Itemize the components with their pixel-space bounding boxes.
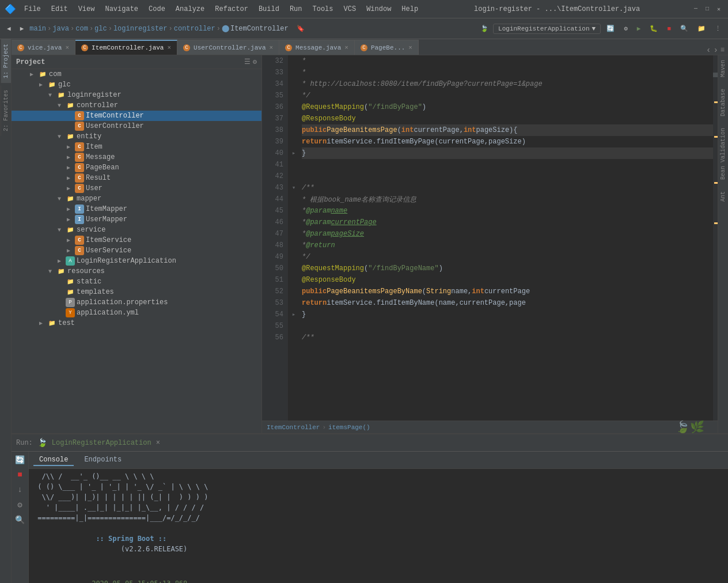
- code-text[interactable]: * * * http://Localhost:8080/item/findByP…: [299, 55, 713, 421]
- tree-item-result[interactable]: ▶ C Result: [12, 173, 261, 183]
- breadcrumb-loginregister[interactable]: loginregister: [113, 25, 168, 33]
- tree-item-message[interactable]: ▶ C Message: [12, 152, 261, 162]
- menu-code[interactable]: Code: [144, 4, 170, 14]
- breadcrumb-main[interactable]: main: [29, 25, 46, 33]
- tree-item-loginregister[interactable]: ▼ 📁 loginregister: [12, 90, 261, 100]
- menu-build[interactable]: Build: [254, 4, 284, 14]
- breadcrumb-controller[interactable]: controller: [174, 25, 215, 33]
- tabs-right-button[interactable]: ›: [713, 46, 718, 55]
- fold-43[interactable]: ▾: [288, 182, 299, 194]
- tree-label-usermapper: UserMapper: [86, 215, 127, 224]
- menu-edit[interactable]: Edit: [47, 4, 73, 14]
- menu-tools[interactable]: Tools: [308, 4, 338, 14]
- menu-file[interactable]: File: [20, 4, 46, 14]
- search-everywhere-button[interactable]: 🔍: [677, 23, 692, 34]
- tab-close-usercontroller[interactable]: ×: [269, 44, 273, 51]
- bookmark-button[interactable]: 🔖: [293, 23, 308, 34]
- tab-itemcontroller[interactable]: C ItemController.java ×: [75, 40, 177, 55]
- sidebar-settings-button[interactable]: ⚙: [253, 58, 257, 66]
- run-button[interactable]: ▶: [634, 23, 644, 34]
- code-38-p3: pageSize){: [476, 126, 517, 134]
- tree-item-usercontroller[interactable]: C UserController: [12, 121, 261, 131]
- menu-window[interactable]: Window: [362, 4, 396, 14]
- bean-validation-panel-tab[interactable]: Bean Validation: [719, 126, 727, 182]
- ant-panel-tab[interactable]: Ant: [719, 189, 727, 204]
- tab-close-itemcontroller[interactable]: ×: [167, 44, 171, 51]
- refresh-button[interactable]: 🔄: [603, 23, 618, 34]
- tree-item-item[interactable]: ▶ C Item: [12, 142, 261, 152]
- tabs-more-button[interactable]: ≡: [721, 46, 725, 54]
- status-bc-itemspage[interactable]: itemsPage(): [328, 424, 370, 431]
- tree-item-static[interactable]: 📁 static: [12, 277, 261, 287]
- tree-item-com[interactable]: ▶ 📁 com: [12, 69, 261, 80]
- tree-item-userservice[interactable]: ▶ C UserService: [12, 245, 261, 256]
- more-button[interactable]: ⋮: [711, 23, 725, 34]
- tree-item-entity[interactable]: ▼ 📁 entity: [12, 131, 261, 142]
- breadcrumb-glc[interactable]: glc: [94, 25, 107, 33]
- console-settings-button[interactable]: ⚙: [14, 499, 26, 510]
- menu-vcs[interactable]: VCS: [339, 4, 361, 14]
- line-num-51: 51: [262, 274, 283, 286]
- menu-view[interactable]: View: [74, 4, 100, 14]
- minimize-button[interactable]: ─: [691, 5, 700, 14]
- maximize-button[interactable]: □: [703, 5, 712, 14]
- menu-analyze[interactable]: Analyze: [171, 4, 209, 14]
- console-rerun-button[interactable]: 🔄: [14, 454, 26, 465]
- fold-40[interactable]: ▸: [288, 147, 299, 159]
- tree-item-test[interactable]: ▶ 📁 test: [12, 318, 261, 328]
- tree-item-user[interactable]: ▶ C User: [12, 183, 261, 194]
- project-tab[interactable]: 1: Project: [1, 39, 11, 83]
- console-stop-button[interactable]: ■: [14, 469, 26, 480]
- tab-message[interactable]: C Message.java ×: [279, 40, 355, 55]
- run-close-button[interactable]: ×: [156, 439, 160, 447]
- tab-close-pagebean[interactable]: ×: [408, 44, 412, 51]
- tree-item-resources[interactable]: ▼ 📁 resources: [12, 266, 261, 277]
- tree-item-loginregapp[interactable]: ▶ A LoginRegisterApplication: [12, 256, 261, 266]
- close-button[interactable]: ✕: [714, 5, 723, 14]
- database-panel-tab[interactable]: Database: [719, 86, 727, 119]
- status-bc-itemcontroller[interactable]: ItemController: [267, 424, 320, 431]
- console-tab-console[interactable]: Console: [33, 455, 74, 466]
- tab-pagebean[interactable]: C PageBe... ×: [355, 40, 419, 55]
- menu-refactor[interactable]: Refactor: [210, 4, 253, 14]
- tab-close-vice[interactable]: ×: [65, 44, 69, 51]
- breadcrumb-com[interactable]: com: [75, 25, 88, 33]
- stop-button[interactable]: ■: [663, 24, 674, 34]
- settings-button[interactable]: ⚙: [620, 23, 631, 34]
- file-search-button[interactable]: 📁: [694, 23, 709, 34]
- tab-usercontroller[interactable]: C UserController.java ×: [177, 40, 279, 55]
- run-config-dropdown[interactable]: LoginRegisterApplication ▼: [493, 24, 601, 34]
- console-filter-button[interactable]: 🔍: [14, 514, 26, 525]
- tree-item-usermapper[interactable]: ▶ I UserMapper: [12, 214, 261, 225]
- back-button[interactable]: ◀: [3, 23, 14, 34]
- sidebar-toggle-button[interactable]: ☰: [244, 58, 251, 66]
- tree-item-itemcontroller[interactable]: C ItemController: [12, 111, 261, 121]
- fold-54[interactable]: ▸: [288, 309, 299, 320]
- debug-button[interactable]: 🐛: [646, 23, 661, 34]
- tree-item-mapper[interactable]: ▼ 📁 mapper: [12, 194, 261, 204]
- tab-vice[interactable]: C vice.java ×: [12, 40, 75, 55]
- tree-item-pagebean[interactable]: ▶ C PageBean: [12, 162, 261, 173]
- breadcrumb-java[interactable]: java: [52, 25, 69, 33]
- breadcrumb-current-file[interactable]: ItemController: [230, 25, 289, 33]
- menu-navigate[interactable]: Navigate: [100, 4, 143, 14]
- tree-item-glc[interactable]: ▶ 📁 glc: [12, 80, 261, 90]
- menu-run[interactable]: Run: [285, 4, 307, 14]
- tree-item-itemservice[interactable]: ▶ C ItemService: [12, 235, 261, 245]
- tree-item-appyml[interactable]: Y application.yml: [12, 308, 261, 318]
- maven-panel-tab[interactable]: Maven: [719, 58, 727, 80]
- menu-help[interactable]: Help: [397, 4, 423, 14]
- favorites-tab[interactable]: 2: Favorites: [1, 85, 11, 136]
- console-tab-endpoints[interactable]: Endpoints: [78, 455, 127, 466]
- tabs-left-button[interactable]: ‹: [706, 46, 711, 55]
- tree-item-service[interactable]: ▼ 📁 service: [12, 225, 261, 235]
- tree-item-appprops[interactable]: P application.properties: [12, 297, 261, 308]
- code-scroll-area[interactable]: 32 33 34 35 36 37 38 39 40 41 42 43 44 4…: [262, 55, 718, 421]
- tree-item-itemmapper[interactable]: ▶ I ItemMapper: [12, 204, 261, 214]
- tab-close-message[interactable]: ×: [344, 44, 348, 51]
- tree-item-controller[interactable]: ▼ 📁 controller: [12, 100, 261, 111]
- forward-button[interactable]: ▶: [17, 23, 28, 34]
- scroll-thumb[interactable]: [713, 73, 718, 77]
- console-scrolldown-button[interactable]: ↓: [14, 484, 26, 495]
- tree-item-templates[interactable]: 📁 templates: [12, 287, 261, 297]
